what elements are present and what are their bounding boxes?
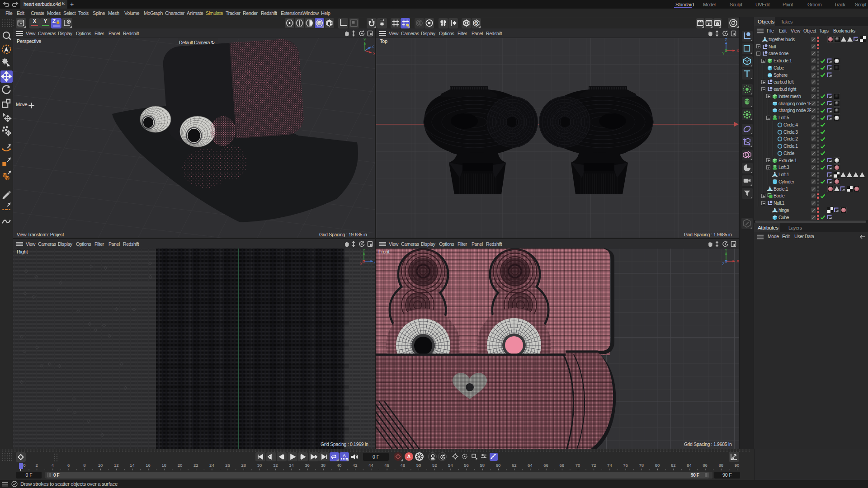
svg-text:A: A [475, 21, 477, 25]
svg-text:56: 56 [464, 463, 469, 468]
svg-text:A: A [343, 453, 346, 458]
svg-text:Z: Z [722, 262, 725, 266]
svg-text:60: 60 [496, 463, 501, 468]
svg-text:90: 90 [735, 463, 740, 468]
svg-text:66: 66 [543, 463, 548, 468]
svg-text:32: 32 [273, 463, 278, 468]
svg-text:Y: Y [725, 249, 727, 253]
svg-text:14: 14 [130, 463, 135, 468]
svg-text:44: 44 [368, 463, 373, 468]
svg-text:20: 20 [178, 463, 183, 468]
svg-text:78: 78 [639, 463, 644, 468]
svg-text:52: 52 [432, 463, 437, 468]
svg-text:12: 12 [114, 463, 119, 468]
svg-text:82: 82 [671, 463, 676, 468]
svg-text:8: 8 [83, 463, 85, 468]
svg-text:X: X [360, 262, 363, 266]
svg-text:48: 48 [401, 463, 406, 468]
svg-text:0: 0 [23, 463, 25, 468]
svg-text:26: 26 [225, 463, 230, 468]
svg-text:54: 54 [448, 463, 453, 468]
svg-text:16: 16 [146, 463, 151, 468]
svg-text:36: 36 [305, 463, 310, 468]
svg-text:42: 42 [353, 463, 358, 468]
svg-text:28: 28 [241, 463, 246, 468]
svg-text:72: 72 [591, 463, 596, 468]
svg-text:74: 74 [607, 463, 612, 468]
svg-text:Y: Y [363, 38, 366, 42]
svg-text:84: 84 [687, 463, 692, 468]
svg-text:4: 4 [52, 463, 54, 468]
svg-text:Y: Y [363, 249, 365, 253]
svg-text:24: 24 [209, 463, 214, 468]
svg-text:58: 58 [480, 463, 485, 468]
svg-text:22: 22 [193, 463, 198, 468]
svg-text:Z: Z [372, 44, 374, 48]
svg-text:76: 76 [623, 463, 628, 468]
svg-text:6: 6 [67, 463, 70, 468]
svg-text:18: 18 [162, 463, 167, 468]
svg-text:50: 50 [416, 463, 421, 468]
svg-text:70: 70 [576, 463, 580, 468]
svg-text:34: 34 [289, 463, 294, 468]
svg-text:46: 46 [384, 463, 389, 468]
svg-text:86: 86 [703, 463, 708, 468]
svg-text:Y: Y [722, 51, 725, 56]
svg-text:40: 40 [337, 463, 342, 468]
svg-text:68: 68 [560, 463, 565, 468]
svg-text:64: 64 [528, 463, 533, 468]
svg-text:80: 80 [655, 463, 660, 468]
svg-text:10: 10 [98, 463, 103, 468]
svg-text:2: 2 [36, 463, 38, 468]
svg-text:Z: Z [725, 38, 727, 42]
svg-text:62: 62 [512, 463, 517, 468]
svg-text:38: 38 [321, 463, 326, 468]
svg-text:30: 30 [257, 463, 262, 468]
svg-text:88: 88 [719, 463, 724, 468]
